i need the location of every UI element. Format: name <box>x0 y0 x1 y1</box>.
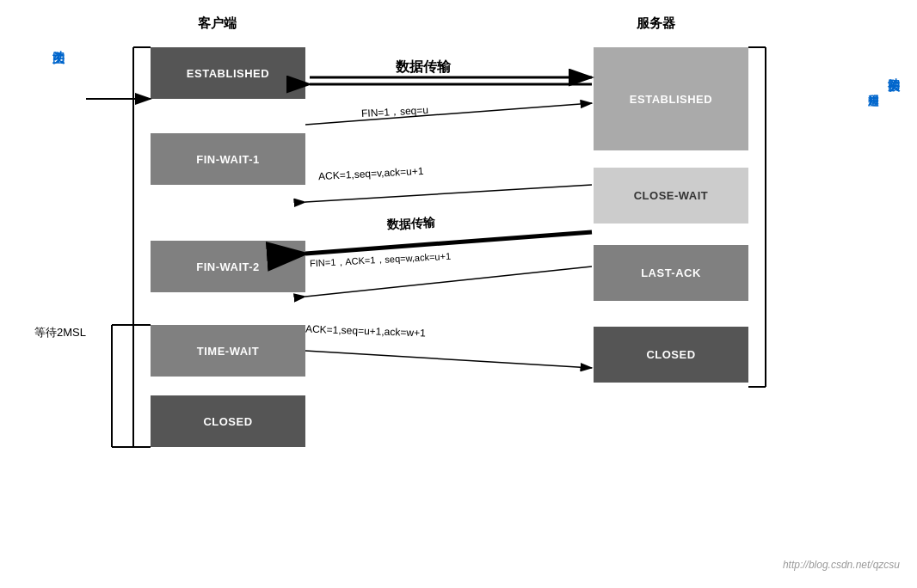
state-close-wait: CLOSE-WAIT <box>594 168 748 224</box>
svg-line-17 <box>305 266 592 297</box>
fin1-label: FIN=1，seq=u <box>361 103 429 121</box>
state-fin-wait-2: FIN-WAIT-2 <box>151 241 305 292</box>
state-closed-client: CLOSED <box>151 395 305 447</box>
ack2-label: ACK=1,seq=u+1,ack=w+1 <box>305 323 426 340</box>
state-established-server: ESTABLISHED <box>594 47 748 150</box>
state-last-ack: LAST-ACK <box>594 245 748 301</box>
wait-2msl-label: 等待2MSL <box>34 325 86 340</box>
arrows-svg <box>0 0 917 588</box>
state-closed-server: CLOSED <box>594 327 748 383</box>
diagram-container: 客户端 服务器 主动关闭 被动关闭 通知应用进程 等待2MSL ESTABLIS… <box>0 0 917 588</box>
fin2-label: FIN=1，ACK=1，seq=w,ack=u+1 <box>310 250 452 271</box>
state-time-wait: TIME-WAIT <box>151 325 305 377</box>
state-fin-wait-1: FIN-WAIT-1 <box>151 133 305 185</box>
svg-line-14 <box>305 103 592 125</box>
state-established-client: ESTABLISHED <box>151 47 305 99</box>
ack1-label: ACK=1,seq=v,ack=u+1 <box>318 165 424 182</box>
watermark: http://blog.csdn.net/qzcsu <box>783 559 900 571</box>
svg-line-18 <box>305 351 592 368</box>
data-transfer-top-label: 数据传输 <box>396 58 451 77</box>
data-transfer2-label: 数据传输 <box>387 216 436 234</box>
server-label: 服务器 <box>637 15 675 32</box>
client-label: 客户端 <box>198 15 237 32</box>
svg-line-15 <box>305 185 592 202</box>
